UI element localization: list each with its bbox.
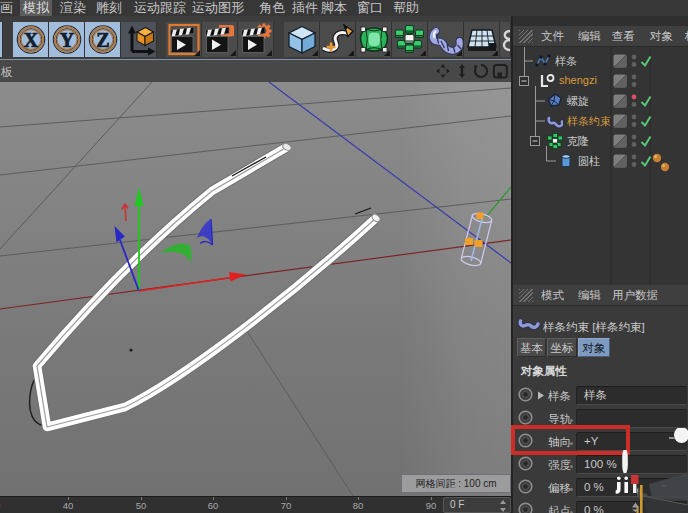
tab-basic[interactable]: 基本 [517, 338, 546, 357]
menu-item-sculpt[interactable]: 雕刻 [96, 0, 122, 16]
coordinate-system-button[interactable] [121, 22, 157, 57]
zoom-icon[interactable] [459, 64, 465, 78]
maximize-icon[interactable] [494, 65, 507, 78]
main-menu-bar: 画 模拟 渲染 雕刻 运动跟踪 运动图形 角色 插件 脚本 窗口 帮助 [0, 0, 688, 16]
menu-item-character[interactable]: 角色 [259, 0, 285, 16]
expander-icon[interactable] [519, 76, 529, 86]
gizmo-x-arrow[interactable] [139, 278, 231, 292]
enabled-check-icon[interactable] [639, 134, 653, 148]
tangent-handle-green[interactable] [161, 244, 191, 263]
param-toggle-icon[interactable] [518, 479, 533, 494]
viewport-menu-label[interactable]: 板 [1, 64, 13, 81]
anim-dot[interactable] [570, 419, 573, 422]
array-button[interactable] [392, 22, 428, 57]
attr-row-样条: 样条样条 [513, 385, 688, 408]
menu-item-plugins[interactable]: 插件 [292, 0, 318, 16]
layer-swatch[interactable] [613, 114, 627, 128]
menu-item-simulate[interactable]: 模拟 [20, 0, 52, 16]
tree-label[interactable]: 样条约束 [567, 114, 611, 129]
tree-row-样条约束[interactable]: 样条约束 [513, 111, 688, 131]
visibility-dots[interactable] [630, 72, 638, 90]
visibility-dots[interactable] [630, 152, 638, 170]
pan-icon[interactable] [436, 64, 450, 78]
viewport-header: 板 [0, 59, 511, 82]
frame-spinner-icon[interactable] [499, 499, 507, 513]
enabled-check-icon[interactable] [639, 54, 653, 68]
param-toggle-icon[interactable] [518, 456, 533, 471]
viewport-3d[interactable]: 板 网格间距 : 100 cm [0, 59, 511, 496]
draw-spline-button[interactable] [320, 22, 356, 57]
tab-coordinates[interactable]: 坐标 [547, 338, 577, 357]
toolbar-partial-button[interactable] [500, 22, 511, 57]
visibility-dots[interactable] [630, 112, 638, 130]
tree-row-shengzi[interactable]: shengzi [513, 71, 688, 91]
tree-label[interactable]: 圆柱 [578, 154, 600, 169]
param-toggle-icon[interactable] [518, 502, 533, 513]
anim-dot[interactable] [570, 488, 573, 491]
layer-swatch[interactable] [613, 54, 627, 68]
param-toggle-icon[interactable] [518, 410, 533, 425]
cylinder-handles[interactable] [465, 213, 484, 248]
om-menu-edit[interactable]: 编辑 [578, 26, 601, 47]
tree-row-克隆[interactable]: 克隆 [513, 131, 688, 151]
visibility-dots[interactable] [630, 92, 638, 110]
am-menu-edit[interactable]: 编辑 [578, 285, 601, 306]
toolbar-cut-button[interactable] [0, 22, 3, 57]
spline-deformer-button[interactable] [428, 22, 464, 57]
add-cube-button[interactable] [284, 22, 320, 57]
menu-item-render[interactable]: 渲染 [60, 0, 86, 16]
tree-label[interactable]: 样条 [555, 54, 577, 69]
viewport-nav-icons[interactable] [436, 64, 508, 79]
subdivision-surface-button[interactable] [356, 22, 392, 57]
enabled-check-icon[interactable] [639, 154, 653, 168]
menu-item-script[interactable]: 脚本 [321, 0, 347, 16]
orange-line-1 [640, 485, 643, 513]
render-view-button[interactable] [166, 22, 202, 57]
tab-object[interactable]: 对象 [578, 338, 610, 357]
param-toggle-icon[interactable] [518, 387, 533, 402]
menu-item-help[interactable]: 帮助 [393, 0, 419, 16]
frame-counter[interactable]: 0 F [443, 497, 511, 513]
floor-button[interactable] [464, 22, 500, 57]
grip-icon[interactable] [519, 289, 533, 302]
menu-item-motion-tracking[interactable]: 运动跟踪 [134, 0, 186, 16]
expand-triangle-icon[interactable] [537, 391, 545, 400]
tree-row-圆柱[interactable]: 圆柱 [513, 151, 688, 171]
tangent-handle-blue[interactable] [197, 219, 213, 244]
om-menu-view[interactable]: 查看 [612, 26, 635, 47]
menu-item-window[interactable]: 窗口 [357, 0, 383, 16]
axis-gizmo[interactable] [115, 187, 247, 291]
tree-row-样条[interactable]: 样条 [513, 51, 688, 71]
layer-swatch[interactable] [613, 94, 627, 108]
render-picture-viewer-button[interactable] [202, 22, 238, 57]
lock-x-button[interactable]: X [13, 22, 49, 57]
tree-label[interactable]: 螺旋 [567, 94, 589, 109]
layer-swatch[interactable] [613, 134, 627, 148]
rotate-icon[interactable] [474, 65, 487, 77]
grip-icon[interactable] [519, 30, 533, 43]
gizmo-small-arrow[interactable] [122, 204, 128, 221]
am-menu-mode[interactable]: 模式 [541, 285, 564, 306]
visibility-dots[interactable] [630, 52, 638, 70]
tree-label[interactable]: 克隆 [567, 134, 589, 149]
tree-row-螺旋[interactable]: 螺旋 [513, 91, 688, 111]
enabled-check-icon[interactable] [639, 94, 653, 108]
material-tag-icons[interactable] [652, 152, 672, 172]
timeline-ruler[interactable]: 0 F 30405060708090 [0, 496, 511, 513]
menu-item-cut[interactable]: 画 [0, 0, 13, 16]
layer-swatch[interactable] [613, 74, 627, 88]
expander-icon[interactable] [530, 136, 540, 146]
tree-label[interactable]: shengzi [559, 74, 597, 86]
render-settings-button[interactable] [238, 22, 274, 57]
visibility-dots[interactable] [630, 132, 638, 150]
lock-y-button[interactable]: Y [49, 22, 85, 57]
enabled-check-icon[interactable] [639, 114, 653, 128]
attr-field-样条[interactable]: 样条 [576, 386, 687, 405]
menu-item-mograph[interactable]: 运动图形 [192, 0, 244, 16]
anim-dot[interactable] [570, 465, 573, 468]
layer-swatch[interactable] [613, 154, 627, 168]
am-menu-userdata[interactable]: 用户数据 [612, 285, 658, 306]
om-menu-object[interactable]: 对象 [650, 26, 673, 47]
om-menu-file[interactable]: 文件 [541, 26, 564, 47]
lock-z-button[interactable]: Z [85, 22, 121, 57]
